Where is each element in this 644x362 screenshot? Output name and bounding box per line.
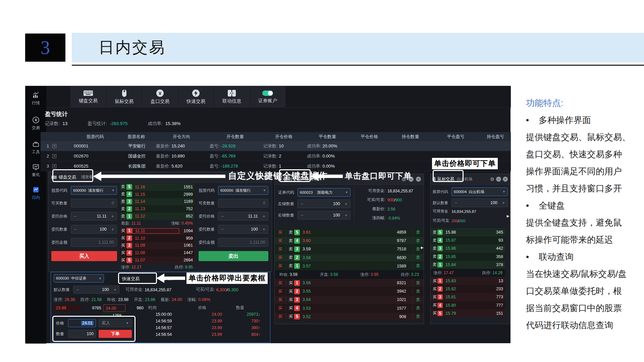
order-book-row[interactable]: 卖5 11.161551 [120, 183, 194, 191]
buy-cell[interactable]: 买 [275, 314, 286, 319]
sell-cell[interactable]: 卖 [412, 255, 424, 260]
sell-cell[interactable]: 卖 [412, 289, 424, 294]
gear-icon[interactable] [490, 177, 494, 181]
sell-button[interactable]: 卖出 [199, 251, 268, 261]
order-book-row[interactable]: 买 买 4 3.53 1577 卖 [275, 304, 424, 313]
order-book-row[interactable]: 买 买 3 3.54 1021 卖 [275, 296, 424, 304]
order-book-row[interactable]: 买1 15.8313 [431, 277, 505, 285]
buy-cell[interactable]: 买 [275, 305, 286, 311]
left-click-qty-stepper[interactable]: −100+ [298, 199, 351, 208]
stock-code-dropdown[interactable]: 600000 浦发银行▼ [71, 186, 117, 195]
plus-icon[interactable]: + [263, 227, 265, 232]
buy-cell[interactable]: 买 [275, 255, 286, 260]
sell-cell[interactable]: 卖 [412, 297, 424, 303]
plus-icon[interactable]: + [345, 213, 347, 218]
order-book-row[interactable]: 买 卖 3 3.59 7518 卖 [275, 245, 424, 253]
order-book-row[interactable]: 买3 11.091061 [120, 242, 194, 249]
amount-field[interactable]: 1,111.00 [218, 238, 268, 247]
sidebar-item-trade[interactable]: ¥ 交易 [25, 116, 46, 131]
toolbar-item-mouse-trade[interactable]: 鼠标交易 [106, 86, 142, 108]
right-click-qty-stepper[interactable]: −100+ [298, 211, 351, 220]
buy-button[interactable]: 买入 [51, 251, 117, 261]
time-sales-row[interactable]: 15:00:00 24.00 25973 ↓ [145, 311, 268, 318]
order-book-row[interactable]: 买4 11.081447 [120, 249, 194, 256]
minus-icon[interactable]: − [76, 287, 79, 292]
order-book-row[interactable]: 买5 15.79151 [431, 309, 505, 317]
minus-icon[interactable]: − [301, 213, 303, 218]
sidebar-item-market[interactable]: 行情 [25, 92, 46, 106]
order-book-row[interactable]: 买2 15.82233 [431, 285, 505, 293]
minus-icon[interactable]: − [74, 227, 76, 232]
order-book-row[interactable]: 买1 11.111094 [120, 227, 194, 235]
expand-icon[interactable] [52, 154, 56, 158]
order-book-row[interactable]: 买 卖 4 3.60 9787 卖 [275, 237, 424, 245]
sell-cell[interactable]: 卖 [412, 280, 424, 286]
buy-cell[interactable]: 买 [275, 289, 286, 294]
order-book-row[interactable]: 买 卖 1 3.57 1589 卖 [275, 262, 424, 270]
buy-cell[interactable]: 买 [275, 263, 286, 269]
plus-icon[interactable]: + [263, 214, 265, 219]
table-row[interactable]: 1 000001 平安银行 最新价: 15.240 盈亏: -28.928 记录… [41, 141, 511, 151]
order-book-row[interactable]: 卖1 11.12852 [120, 213, 194, 220]
time-sales-row[interactable]: 14:56:57 23.99 390 ↑ [145, 324, 268, 331]
sell-cell[interactable]: 卖 [412, 238, 424, 244]
order-book-row[interactable]: 卖4 15.8793 [431, 236, 505, 244]
stock-code-dropdown[interactable]: 600000 浦发银行▼ [218, 186, 268, 195]
sidebar-item-intraday[interactable]: 日内 [25, 186, 46, 200]
amount-field[interactable]: 1,111.00 [71, 238, 117, 247]
order-book-row[interactable]: 买5 11.072694 [120, 256, 194, 264]
minus-icon[interactable]: − [301, 201, 303, 206]
minimize-icon[interactable]: − [496, 177, 501, 182]
default-qty-stepper[interactable]: −100+ [73, 286, 119, 294]
place-order-button[interactable]: 下单 [99, 330, 132, 338]
sell-cell[interactable]: 卖 [412, 230, 424, 235]
order-book-row[interactable]: 买 买 2 3.55 3942 卖 [275, 287, 424, 296]
default-qty-stepper[interactable]: −100+ [451, 198, 508, 207]
plus-icon[interactable]: + [111, 227, 114, 232]
minus-icon[interactable]: − [221, 227, 224, 232]
bid-price-cell[interactable]: 23.99 [54, 304, 81, 312]
sell-cell[interactable]: 卖 [412, 305, 424, 311]
side-dropdown[interactable]: 买入▼ [99, 319, 132, 327]
plus-icon[interactable]: + [114, 287, 116, 292]
order-book-row[interactable]: 卖5 15.88345 [431, 228, 505, 236]
buy-cell[interactable]: 买 [275, 246, 286, 252]
available-qty-field[interactable]: 0 [218, 199, 268, 207]
order-book-row[interactable]: 卖2 11.13752 [120, 205, 194, 213]
order-book-row[interactable]: 卖4 11.152999 [120, 191, 194, 198]
popup-price-input[interactable]: 24.01 [68, 319, 96, 327]
order-book-row[interactable]: 卖3 15.86442 [431, 244, 505, 252]
buy-cell[interactable]: 买 [275, 297, 286, 303]
plus-icon[interactable]: + [502, 200, 505, 205]
order-book-row[interactable]: 卖1 15.84378 [431, 261, 505, 269]
stock-code-dropdown[interactable]: 600004 白云机场▼ [451, 187, 508, 196]
plus-icon[interactable]: + [345, 201, 347, 206]
qty-stepper[interactable]: −100+ [71, 225, 117, 234]
order-book-row[interactable]: 买 卖 5 3.61 4859 卖 [275, 228, 424, 237]
buy-cell[interactable]: 买 [275, 280, 286, 286]
time-sales-row[interactable]: 14:56:54 23.99 804 ↑ [145, 331, 268, 338]
ask-price-cell[interactable]: 24.00 [103, 304, 125, 312]
order-book-row[interactable]: 买 买 1 3.56 8321 卖 [275, 279, 424, 287]
toolbar-item-securities-account[interactable]: 证券账户 [250, 86, 285, 108]
sell-cell[interactable]: 卖 [412, 263, 424, 269]
expand-icon[interactable] [52, 144, 56, 148]
toolbar-item-keyboard-trade[interactable]: 键盘交易 [70, 86, 106, 108]
qty-stepper[interactable]: −100+ [218, 225, 268, 234]
order-book-row[interactable]: 买3 15.81773 [431, 293, 505, 301]
order-book-row[interactable]: 买 卖 2 3.58 6630 卖 [275, 254, 424, 262]
toolbar-item-orderbook-trade[interactable]: ¥ 盘口交易 [142, 86, 178, 108]
minus-icon[interactable]: − [74, 214, 76, 219]
close-icon[interactable]: × [503, 177, 508, 182]
order-book-row[interactable]: 买2 11.10959 [120, 235, 194, 242]
order-book-row[interactable]: 买 买 5 3.52 908 卖 [275, 313, 424, 321]
time-sales-row[interactable]: 14:56:59 23.99 730 ↑ [145, 318, 268, 324]
order-book-row[interactable]: 卖3 11.141169 [120, 198, 194, 205]
close-icon[interactable]: × [416, 177, 421, 182]
toolbar-item-linked-info[interactable]: 联动信息 [214, 86, 250, 108]
minus-icon[interactable]: − [454, 200, 457, 205]
plus-icon[interactable]: + [111, 214, 114, 219]
sell-cell[interactable]: 卖 [412, 314, 424, 319]
order-book-row[interactable]: 买4 15.80777 [431, 301, 505, 309]
toolbar-item-quick-trade[interactable]: 快速交易 [178, 86, 214, 108]
